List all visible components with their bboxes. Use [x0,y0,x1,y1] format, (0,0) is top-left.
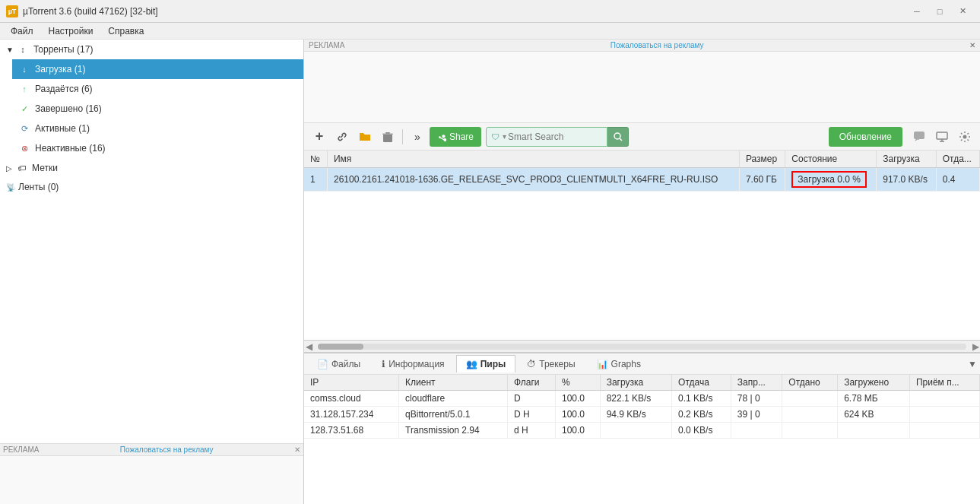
content-ad-close[interactable]: ✕ [969,41,975,49]
sidebar-ad-header: РЕКЛАМА Пожаловаться на рекламу ✕ [0,444,303,456]
close-button[interactable]: ✕ [951,4,974,19]
peers-tab-icon: 👥 [466,359,477,369]
content-ad-report-link[interactable]: Пожаловаться на рекламу [611,41,704,49]
torrent-table-container: № Имя Размер Состояние Загрузка Отда... … [304,151,980,340]
peer-up: 0.1 KB/s [672,391,731,407]
hscroll-thumb[interactable] [318,344,363,350]
sidebar-ad-close[interactable]: ✕ [294,445,300,454]
sidebar-item-all[interactable]: ▼ ↕ Торренты (17) [0,40,303,59]
sidebar-scroll: ▼ ↕ Торренты (17) ↓ Загрузка (1) ↑ Разда… [0,40,303,443]
sidebar-item-downloading[interactable]: ↓ Загрузка (1) [12,59,303,79]
scroll-left-btn[interactable]: ◀ [304,341,313,352]
link-icon [336,131,348,143]
tab-info[interactable]: ℹ Информация [372,355,454,372]
peer-down [600,423,671,439]
cell-size: 7.60 ГБ [739,168,785,192]
hscrollbar[interactable]: ◀ ▶ [304,340,980,352]
menu-help[interactable]: Справка [100,24,151,38]
peers-col-pct: % [555,375,600,391]
peer-client: Transmission 2.94 [399,423,508,439]
tab-graphs-label: Graphs [611,359,641,369]
peers-col-req: Запр... [731,375,782,391]
tab-files-label: Файлы [331,359,360,369]
sidebar-seeding-label: Раздаётся (6) [35,84,93,94]
peer-flags: D [508,391,556,407]
cell-name: 26100.2161.241018-1636.GE_RELEASE_SVC_PR… [327,168,739,192]
app-icon: µT [6,5,18,17]
menu-file[interactable]: Файл [3,24,41,38]
peer-pct: 100.0 [555,423,600,439]
trash-button[interactable] [377,127,398,147]
svg-rect-0 [383,134,392,142]
chat-button[interactable] [909,127,930,147]
peer-recv-p [909,423,979,439]
tab-peers[interactable]: 👥 Пиры [456,355,516,372]
scroll-right-btn[interactable]: ▶ [971,341,980,352]
peer-up: 0.2 KB/s [672,407,731,423]
sidebar-item-labels[interactable]: ▷ 🏷 Метки [0,158,303,178]
cell-num: 1 [304,168,327,192]
sidebar-item-completed[interactable]: ✓ Завершено (16) [12,99,303,119]
sidebar-item-feeds[interactable]: 📡 Ленты (0) [0,178,303,196]
sidebar-feeds-label: Ленты (0) [18,182,59,192]
peer-recv-p [909,407,979,423]
hscroll-track [318,344,966,350]
sidebar-downloading-label: Загрузка (1) [35,64,86,74]
search-glass-icon [614,132,623,141]
tab-peers-label: Пиры [480,359,506,369]
files-tab-icon: 📄 [317,359,328,369]
sidebar-item-inactive[interactable]: ⊗ Неактивные (16) [12,138,303,158]
col-status: Состояние [785,151,877,168]
tab-trackers[interactable]: ⏱ Трекеры [517,355,585,372]
toolbar-sep1 [402,129,403,144]
sidebar-item-active[interactable]: ⟳ Активные (1) [12,119,303,138]
search-chevron[interactable]: ▾ [503,132,506,141]
sidebar-ad-report-link[interactable]: Пожаловаться на рекламу [120,445,214,454]
peers-table: IP Клиент Флаги % Загрузка Отдача Запр..… [304,375,980,439]
sidebar-inactive-label: Неактивные (16) [35,143,106,154]
peer-client: qBittorrent/5.0.1 [399,407,508,423]
peers-row[interactable]: 31.128.157.234 qBittorrent/5.0.1 D H 100… [304,407,980,423]
update-button[interactable]: Обновление [829,127,902,147]
share-button[interactable]: Share [430,127,481,147]
peer-req [731,423,782,439]
table-row[interactable]: 1 26100.2161.241018-1636.GE_RELEASE_SVC_… [304,168,980,192]
status-highlight: Загрузка 0.0 % [791,171,867,188]
sidebar-item-seeding[interactable]: ↑ Раздаётся (6) [12,79,303,99]
menu-settings[interactable]: Настройки [41,24,101,38]
folder-button[interactable] [354,127,376,147]
col-download: Загрузка [877,151,937,168]
tab-graphs[interactable]: 📊 Graphs [587,355,651,372]
peers-col-up: Отдача [672,375,731,391]
chat-icon [913,131,925,143]
sidebar-active-label: Активные (1) [35,123,90,134]
peers-row[interactable]: comss.cloud cloudflare D 100.0 822.1 KB/… [304,391,980,407]
minimize-button[interactable]: ─ [905,4,928,19]
bottom-panel: 📄 Файлы ℹ Информация 👥 Пиры ⏱ Трекеры 📊 [304,352,980,504]
monitor-button[interactable] [931,127,953,147]
peer-sent [782,391,838,407]
labels-expand-icon: ▷ [6,164,12,173]
active-icon: ⟳ [18,122,30,135]
maximize-button[interactable]: □ [928,4,951,19]
sidebar-labels-label: Метки [32,163,58,173]
sidebar-all-label: Торренты (17) [33,44,94,55]
sidebar-group: ↓ Загрузка (1) ↑ Раздаётся (6) ✓ Заверше… [0,59,303,158]
col-num: № [304,151,327,168]
link-button[interactable] [331,127,353,147]
tab-files[interactable]: 📄 Файлы [307,355,370,372]
peer-down: 822.1 KB/s [600,391,671,407]
arrow-button[interactable]: » [407,127,428,147]
search-input[interactable] [508,132,599,142]
expand-icon: ▼ [6,46,14,54]
search-button[interactable] [607,127,629,147]
peer-ip: 31.128.157.234 [304,407,399,423]
content-ad-banner: РЕКЛАМА Пожаловаться на рекламу ✕ [304,40,980,123]
titlebar-controls[interactable]: ─ □ ✕ [905,4,974,19]
sidebar: ▼ ↕ Торренты (17) ↓ Загрузка (1) ↑ Разда… [0,40,304,504]
add-button[interactable]: + [309,127,330,147]
settings-button[interactable] [954,127,975,147]
tab-expand-btn[interactable]: ▼ [968,359,977,369]
peers-row[interactable]: 128.73.51.68 Transmission 2.94 d H 100.0… [304,423,980,439]
info-tab-icon: ℹ [382,359,385,369]
